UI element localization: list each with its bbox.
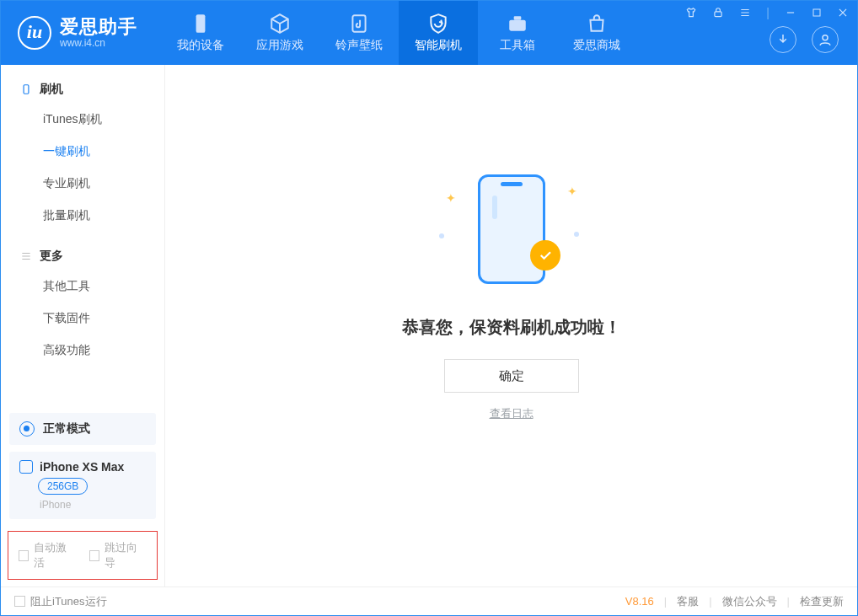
nav-tabs: 我的设备 应用游戏 铃声壁纸 智能刷机 工具箱 爱思商城 bbox=[161, 1, 636, 65]
sidebar: 刷机 iTunes刷机 一键刷机 专业刷机 批量刷机 更多 其他工具 下载固件 … bbox=[1, 65, 165, 587]
device-type: iPhone bbox=[40, 499, 146, 511]
version-label: V8.16 bbox=[625, 595, 654, 608]
svg-point-6 bbox=[823, 35, 828, 40]
logo-area: iu 爱思助手 www.i4.cn bbox=[1, 1, 161, 65]
footer-link-update[interactable]: 检查更新 bbox=[800, 594, 844, 609]
footer-link-wechat[interactable]: 微信公众号 bbox=[722, 594, 777, 609]
header-right-icons bbox=[770, 26, 839, 53]
device-small-icon bbox=[19, 460, 33, 474]
sidebar-bottom: 正常模式 iPhone XS Max 256GB iPhone bbox=[1, 404, 164, 528]
device-name: iPhone XS Max bbox=[40, 460, 124, 474]
nav-label: 我的设备 bbox=[177, 38, 224, 53]
sidebar-item-pro-flash[interactable]: 专业刷机 bbox=[1, 168, 164, 200]
checkbox-icon bbox=[14, 596, 25, 607]
app-title: 爱思助手 bbox=[60, 16, 137, 37]
nav-ringtone-wallpaper[interactable]: 铃声壁纸 bbox=[319, 1, 399, 65]
checkbox-auto-activate[interactable]: 自动激活 bbox=[19, 540, 76, 570]
logo-icon: iu bbox=[18, 16, 51, 50]
minimize-button[interactable] bbox=[781, 5, 800, 20]
mode-card[interactable]: 正常模式 bbox=[9, 413, 156, 445]
checkbox-icon bbox=[89, 550, 99, 561]
footer: 阻止iTunes运行 V8.16 | 客服 | 微信公众号 | 检查更新 bbox=[1, 587, 857, 615]
sparkle-icon: ✦ bbox=[446, 191, 456, 205]
menu-icon[interactable] bbox=[736, 5, 754, 20]
divider: | bbox=[763, 4, 773, 21]
dot-icon bbox=[439, 233, 444, 238]
main-content: ✦ ✦ 恭喜您，保资料刷机成功啦！ 确定 查看日志 bbox=[165, 65, 857, 587]
mode-label: 正常模式 bbox=[43, 421, 90, 437]
close-button[interactable] bbox=[834, 5, 852, 20]
nav-label: 爱思商城 bbox=[573, 38, 620, 53]
nav-smart-flash[interactable]: 智能刷机 bbox=[399, 1, 478, 65]
nav-toolbox[interactable]: 工具箱 bbox=[478, 1, 557, 65]
highlighted-options: 自动激活 跳过向导 bbox=[8, 531, 158, 580]
nav-label: 智能刷机 bbox=[415, 38, 462, 53]
toolbox-icon bbox=[507, 13, 528, 35]
sidebar-item-onekey-flash[interactable]: 一键刷机 bbox=[1, 136, 164, 168]
sidebar-item-itunes-flash[interactable]: iTunes刷机 bbox=[1, 104, 164, 136]
body: 刷机 iTunes刷机 一键刷机 专业刷机 批量刷机 更多 其他工具 下载固件 … bbox=[1, 65, 857, 587]
download-icon[interactable] bbox=[770, 26, 796, 53]
bag-icon bbox=[586, 13, 608, 35]
checkbox-label: 阻止iTunes运行 bbox=[30, 594, 107, 609]
device-card[interactable]: iPhone XS Max 256GB iPhone bbox=[9, 452, 156, 519]
confirm-button[interactable]: 确定 bbox=[444, 359, 579, 393]
view-log-link[interactable]: 查看日志 bbox=[490, 406, 534, 421]
nav-store[interactable]: 爱思商城 bbox=[557, 1, 636, 65]
phone-icon bbox=[190, 13, 212, 35]
svg-rect-4 bbox=[715, 12, 721, 17]
svg-rect-2 bbox=[509, 20, 526, 31]
tshirt-icon[interactable] bbox=[682, 5, 700, 20]
sidebar-item-download-firmware[interactable]: 下载固件 bbox=[1, 303, 164, 335]
sidebar-item-batch-flash[interactable]: 批量刷机 bbox=[1, 200, 164, 232]
nav-apps-games[interactable]: 应用游戏 bbox=[240, 1, 319, 65]
sidebar-section-more: 更多 其他工具 下载固件 高级功能 bbox=[1, 232, 164, 367]
success-message: 恭喜您，保资料刷机成功啦！ bbox=[402, 316, 621, 339]
nav-my-device[interactable]: 我的设备 bbox=[161, 1, 240, 65]
nav-label: 应用游戏 bbox=[256, 38, 303, 53]
header: iu 爱思助手 www.i4.cn 我的设备 应用游戏 铃声壁纸 智能刷机 bbox=[1, 1, 857, 65]
check-badge-icon bbox=[530, 240, 560, 271]
device-storage-badge: 256GB bbox=[38, 478, 88, 495]
device-icon bbox=[19, 83, 33, 96]
checkbox-label: 跳过向导 bbox=[105, 540, 147, 570]
sidebar-title: 更多 bbox=[40, 249, 63, 264]
mode-icon bbox=[19, 421, 35, 437]
user-icon[interactable] bbox=[812, 26, 839, 53]
nav-label: 铃声壁纸 bbox=[335, 38, 383, 53]
sidebar-header-flash: 刷机 bbox=[1, 77, 164, 104]
cube-icon bbox=[269, 13, 291, 35]
svg-rect-0 bbox=[196, 14, 206, 33]
success-illustration: ✦ ✦ bbox=[436, 166, 587, 292]
svg-rect-3 bbox=[514, 16, 522, 19]
list-icon bbox=[19, 249, 33, 263]
phone-icon bbox=[478, 174, 545, 284]
checkbox-block-itunes[interactable]: 阻止iTunes运行 bbox=[14, 594, 107, 609]
svg-rect-7 bbox=[24, 85, 29, 94]
svg-rect-1 bbox=[352, 15, 365, 32]
separator: | bbox=[664, 595, 667, 608]
sidebar-title: 刷机 bbox=[40, 82, 63, 97]
separator: | bbox=[709, 595, 711, 608]
footer-link-service[interactable]: 客服 bbox=[677, 594, 699, 609]
nav-label: 工具箱 bbox=[500, 38, 535, 53]
sidebar-item-other-tools[interactable]: 其他工具 bbox=[1, 271, 164, 303]
sidebar-item-advanced[interactable]: 高级功能 bbox=[1, 335, 164, 367]
svg-rect-5 bbox=[813, 9, 820, 16]
app-url: www.i4.cn bbox=[60, 38, 137, 50]
app-window: iu 爱思助手 www.i4.cn 我的设备 应用游戏 铃声壁纸 智能刷机 bbox=[0, 0, 858, 616]
maximize-button[interactable] bbox=[808, 6, 825, 19]
window-controls: | bbox=[682, 4, 852, 21]
checkbox-skip-guide[interactable]: 跳过向导 bbox=[89, 540, 147, 570]
sparkle-icon: ✦ bbox=[567, 185, 577, 198]
footer-right: V8.16 | 客服 | 微信公众号 | 检查更新 bbox=[625, 594, 844, 609]
separator: | bbox=[787, 595, 790, 608]
sidebar-section-flash: 刷机 iTunes刷机 一键刷机 专业刷机 批量刷机 bbox=[1, 65, 164, 232]
checkbox-icon bbox=[19, 550, 29, 561]
checkbox-label: 自动激活 bbox=[34, 540, 76, 570]
logo-text: 爱思助手 www.i4.cn bbox=[60, 16, 137, 49]
lock-icon[interactable] bbox=[709, 5, 727, 20]
sidebar-header-more: 更多 bbox=[1, 244, 164, 271]
dot-icon bbox=[574, 232, 579, 237]
music-file-icon bbox=[348, 13, 370, 35]
